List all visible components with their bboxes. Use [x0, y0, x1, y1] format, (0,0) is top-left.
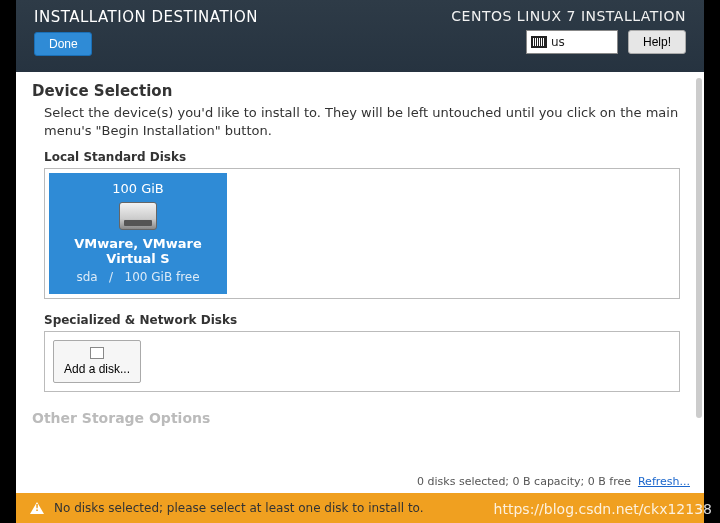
- content-area: Device Selection Select the device(s) yo…: [16, 72, 704, 473]
- warning-icon: [30, 502, 44, 514]
- disk-free: 100 GiB free: [125, 270, 200, 284]
- disk-summary-text: 0 disks selected; 0 B capacity; 0 B free: [417, 475, 631, 488]
- local-disks-container: 100 GiB VMware, VMware Virtual S sda / 1…: [44, 168, 680, 299]
- disk-tile-sda[interactable]: 100 GiB VMware, VMware Virtual S sda / 1…: [49, 173, 227, 294]
- done-button[interactable]: Done: [34, 32, 92, 56]
- device-selection-title: Device Selection: [32, 82, 688, 100]
- add-disk-button[interactable]: Add a disk...: [53, 340, 141, 383]
- refresh-link[interactable]: Refresh...: [638, 475, 690, 488]
- scrollbar[interactable]: [696, 78, 702, 418]
- disk-device: sda: [76, 270, 97, 284]
- disk-separator: /: [109, 270, 113, 284]
- device-selection-description: Select the device(s) you'd like to insta…: [44, 104, 688, 140]
- warning-message: No disks selected; please select at leas…: [54, 501, 424, 515]
- top-bar: INSTALLATION DESTINATION Done CENTOS LIN…: [16, 0, 704, 72]
- local-disks-heading: Local Standard Disks: [44, 150, 688, 164]
- network-disks-container: Add a disk...: [44, 331, 680, 392]
- installer-title: CENTOS LINUX 7 INSTALLATION: [451, 8, 686, 24]
- top-bar-right: CENTOS LINUX 7 INSTALLATION us Help!: [451, 8, 686, 64]
- add-disk-icon: [90, 347, 104, 359]
- other-storage-heading: Other Storage Options: [32, 410, 688, 426]
- add-disk-label: Add a disk...: [64, 362, 130, 376]
- keyboard-icon: [531, 36, 547, 48]
- hard-drive-icon: [119, 202, 157, 230]
- installer-window: INSTALLATION DESTINATION Done CENTOS LIN…: [16, 0, 704, 523]
- footer-status-bar: 0 disks selected; 0 B capacity; 0 B free…: [16, 473, 704, 493]
- disk-size: 100 GiB: [55, 181, 221, 196]
- disk-detail: sda / 100 GiB free: [55, 270, 221, 284]
- keyboard-layout-indicator[interactable]: us: [526, 30, 618, 54]
- network-disks-heading: Specialized & Network Disks: [44, 313, 688, 327]
- top-bar-controls: us Help!: [526, 30, 686, 54]
- help-button[interactable]: Help!: [628, 30, 686, 54]
- page-title: INSTALLATION DESTINATION: [34, 8, 258, 26]
- warning-bar: No disks selected; please select at leas…: [16, 493, 704, 523]
- disk-name: VMware, VMware Virtual S: [55, 236, 221, 266]
- top-bar-left: INSTALLATION DESTINATION Done: [34, 8, 258, 64]
- keyboard-layout-label: us: [551, 35, 565, 49]
